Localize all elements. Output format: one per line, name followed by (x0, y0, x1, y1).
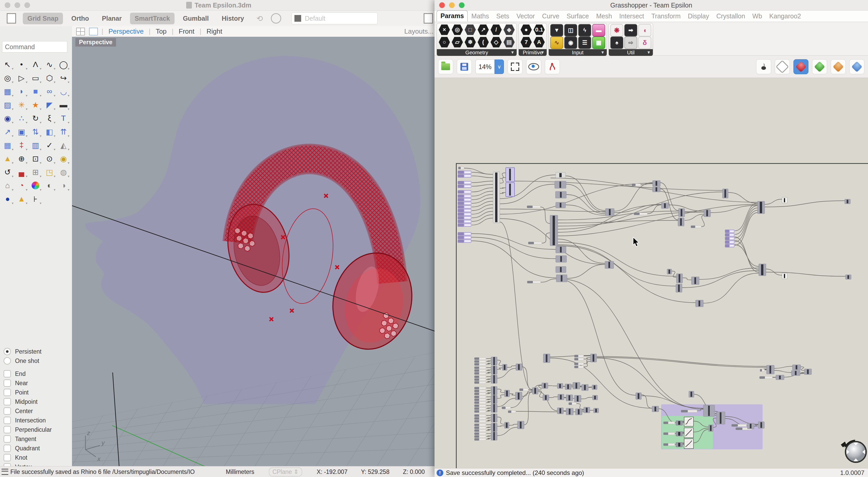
number-slider[interactable] (725, 230, 734, 233)
rhino-tool-icon-36[interactable]: ▲▾ (1, 152, 14, 165)
component-node[interactable] (556, 266, 566, 273)
chevron-down-icon[interactable]: ∨ (495, 60, 504, 74)
component-node[interactable] (590, 354, 597, 362)
rhino-tool-icon-45[interactable]: ◍▾ (57, 165, 70, 179)
gh-menu-vector[interactable]: Vector (513, 11, 538, 22)
graph-mapper[interactable] (684, 417, 693, 426)
shaded-display-button[interactable] (794, 59, 808, 74)
rhino-titlebar[interactable]: Team Epsilon.3dm (0, 0, 438, 11)
rhino-tool-icon-34[interactable]: ✓▾ (42, 138, 57, 152)
component-node[interactable] (576, 409, 582, 415)
component-node[interactable] (542, 383, 548, 388)
rhino-tool-icon-42[interactable]: ▄▾ (14, 165, 29, 179)
rhino-tool-icon-13[interactable]: ■▾ (29, 84, 42, 98)
geometry-component-icon-4[interactable]: ▱ (451, 36, 463, 48)
rhino-tool-icon-29[interactable]: ◧▾ (42, 125, 57, 138)
zoom-control[interactable]: 14% ∨ (475, 60, 504, 74)
component-node[interactable] (652, 406, 659, 412)
osnap-radio-one-shot[interactable]: One shot (4, 356, 71, 366)
graph-mapper[interactable] (684, 428, 693, 438)
component-node[interactable] (722, 189, 728, 198)
tab-right[interactable]: Right (207, 27, 222, 35)
mode-button-smarttrack[interactable]: SmartTrack (130, 13, 175, 24)
zoom-extents-button[interactable] (507, 59, 523, 74)
rhino-tool-icon-51[interactable]: ●▾ (1, 192, 14, 206)
mini-slider[interactable] (474, 407, 486, 410)
number-slider[interactable] (458, 240, 471, 243)
rhino-tool-icon-7[interactable]: ▷▾ (14, 71, 29, 84)
mini-slider[interactable] (474, 390, 486, 392)
osnap-checkbox-quadrant[interactable]: Quadrant (4, 444, 71, 453)
perspective-viewport[interactable]: Perspective (72, 37, 438, 466)
component-node[interactable] (491, 414, 497, 422)
grasshopper-titlebar[interactable]: Grasshopper - Team Epsilon (435, 0, 868, 11)
rhino-tool-icon-16[interactable]: ▨▾ (1, 98, 14, 111)
cplane-dropdown[interactable]: CPlane ⇕ (269, 468, 302, 476)
undo-arrow-icon[interactable]: ⟲ (256, 14, 267, 23)
osnap-checkbox-midpoint[interactable]: Midpoint (4, 397, 71, 406)
mini-slider[interactable] (508, 411, 516, 413)
value-knob[interactable] (676, 420, 683, 425)
single-view-icon[interactable] (89, 28, 98, 35)
component-node[interactable] (716, 412, 725, 424)
rhino-tool-icon-32[interactable]: ‡▾ (14, 138, 29, 152)
rhino-tool-icon-40[interactable]: ◉▾ (57, 152, 70, 165)
util-component-icon-5[interactable]: ◖ (638, 24, 651, 36)
output-node[interactable] (782, 273, 787, 279)
mini-slider[interactable] (527, 206, 540, 208)
rhino-tool-icon-12[interactable]: ◗▾ (14, 84, 29, 98)
input-component-icon-6[interactable]: ☰ (578, 36, 591, 49)
number-slider[interactable] (458, 205, 471, 208)
component-node[interactable] (592, 395, 598, 400)
component-node[interactable] (558, 394, 564, 400)
selected-node[interactable] (506, 183, 515, 197)
viewport-title-badge[interactable]: Perspective (75, 38, 116, 46)
gh-menu-display[interactable]: Display (684, 11, 713, 22)
mini-slider[interactable] (474, 402, 486, 404)
component-node[interactable] (575, 395, 581, 402)
component-node[interactable] (543, 354, 550, 363)
component-node[interactable] (491, 423, 497, 432)
rhino-tool-icon-21[interactable]: ◉▾ (1, 111, 14, 125)
component-node[interactable] (556, 246, 566, 253)
mini-slider[interactable] (474, 414, 486, 417)
component-node[interactable] (491, 395, 497, 404)
number-slider[interactable] (725, 244, 734, 247)
component-node[interactable] (704, 209, 711, 217)
component-node[interactable] (556, 172, 565, 178)
graph-mapper[interactable] (684, 439, 693, 448)
input-component-icon-5[interactable]: ϟ (578, 24, 591, 36)
geometry-component-icon-5[interactable]: □ (464, 24, 476, 35)
rhino-tool-icon-19[interactable]: ◤▾ (42, 98, 57, 111)
component-node[interactable] (661, 203, 669, 208)
component-node[interactable] (556, 202, 565, 208)
rhino-tool-icon-4[interactable]: ∿▾ (42, 58, 57, 71)
osnap-checkbox-end[interactable]: End (4, 369, 71, 378)
mini-slider[interactable] (474, 417, 486, 419)
ribbon-group-label[interactable]: Geometry▼ (437, 49, 517, 56)
osnap-checkbox-intersection[interactable]: Intersection (4, 416, 71, 425)
rhino-tool-icon-38[interactable]: ⊡▾ (29, 152, 42, 165)
mini-slider[interactable] (474, 357, 486, 360)
gh-menu-sets[interactable]: Sets (493, 11, 513, 22)
component-node[interactable] (747, 423, 754, 429)
component-node[interactable] (532, 387, 538, 394)
component-node[interactable] (557, 408, 563, 414)
four-view-icon[interactable] (76, 28, 85, 35)
component-node[interactable] (845, 275, 851, 279)
units-label[interactable]: Millimeters (226, 469, 254, 475)
menu-icon[interactable] (2, 469, 8, 475)
number-slider[interactable] (458, 216, 471, 219)
mode-button-grid-snap[interactable]: Grid Snap (23, 13, 63, 24)
component-node[interactable] (491, 404, 497, 412)
mini-slider[interactable] (474, 393, 486, 395)
mini-slider[interactable] (663, 422, 675, 424)
ribbon-group-label[interactable]: Util▼ (609, 49, 653, 56)
component-node[interactable] (491, 375, 497, 383)
rhino-tool-icon-23[interactable]: ↻▾ (29, 111, 42, 125)
canvas-compass[interactable] (841, 440, 866, 462)
component-node[interactable] (504, 422, 509, 429)
rhino-tool-icon-8[interactable]: ▭▾ (29, 71, 42, 84)
number-slider[interactable] (458, 195, 471, 198)
input-component-icon-3[interactable]: ◫ (564, 24, 577, 36)
